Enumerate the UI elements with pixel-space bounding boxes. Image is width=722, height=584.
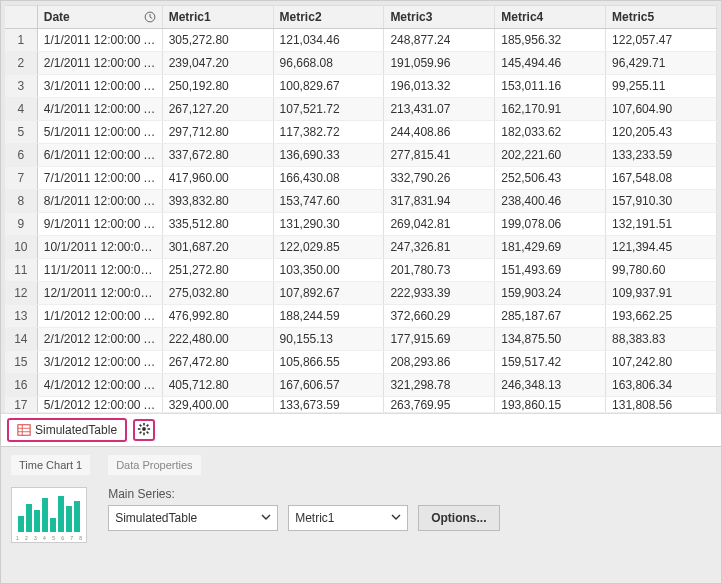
col-metric4[interactable]: Metric4 <box>495 6 606 29</box>
data-grid: Date Metric1 Metric2 Metric3 Metric4 Met… <box>1 1 721 413</box>
col-metric2[interactable]: Metric2 <box>273 6 384 29</box>
cell-m5: 99,780.60 <box>606 259 717 282</box>
cell-m4: 153,011.16 <box>495 75 606 98</box>
cell-m3: 222,933.39 <box>384 282 495 305</box>
gear-icon <box>137 422 151 439</box>
cell-m2: 131,290.30 <box>273 213 384 236</box>
cell-m1: 417,960.00 <box>162 167 273 190</box>
cell-date: 3/1/2011 12:00:00 AM <box>37 75 162 98</box>
row-number: 8 <box>5 190 37 213</box>
cell-date: 8/1/2011 12:00:00 AM <box>37 190 162 213</box>
svg-line-13 <box>147 424 149 426</box>
cell-m2: 121,034.46 <box>273 29 384 52</box>
cell-m3: 269,042.81 <box>384 213 495 236</box>
cell-date: 12/1/2011 12:00:00… <box>37 282 162 305</box>
cell-m2: 122,029.85 <box>273 236 384 259</box>
chart-thumbnail[interactable]: 12345678 <box>11 487 87 543</box>
cell-m3: 372,660.29 <box>384 305 495 328</box>
table-row[interactable]: 175/1/2012 12:00:00 AM329,400.00133,673.… <box>5 397 717 413</box>
cell-m5: 88,383.83 <box>606 328 717 351</box>
cell-m1: 335,512.80 <box>162 213 273 236</box>
table-row[interactable]: 1111/1/2011 12:00:00…251,272.80103,350.0… <box>5 259 717 282</box>
cell-m4: 182,033.62 <box>495 121 606 144</box>
cell-m5: 120,205.43 <box>606 121 717 144</box>
cell-m3: 321,298.78 <box>384 374 495 397</box>
cell-m4: 181,429.69 <box>495 236 606 259</box>
table-row[interactable]: 33/1/2011 12:00:00 AM250,192.80100,829.6… <box>5 75 717 98</box>
cell-date: 11/1/2011 12:00:00… <box>37 259 162 282</box>
cell-m4: 252,506.43 <box>495 167 606 190</box>
thumb-xaxis: 12345678 <box>16 535 82 541</box>
row-number: 17 <box>5 397 37 413</box>
cell-m2: 153,747.60 <box>273 190 384 213</box>
table-row[interactable]: 1212/1/2011 12:00:00…275,032.80107,892.6… <box>5 282 717 305</box>
sheet-tab-simulatedtable[interactable]: SimulatedTable <box>7 418 127 442</box>
cell-date: 2/1/2012 12:00:00 AM <box>37 328 162 351</box>
metric-combobox[interactable]: Metric1 <box>288 505 408 531</box>
data-table[interactable]: Date Metric1 Metric2 Metric3 Metric4 Met… <box>5 5 717 413</box>
cell-m4: 193,860.15 <box>495 397 606 413</box>
table-row[interactable]: 131/1/2012 12:00:00 AM476,992.80188,244.… <box>5 305 717 328</box>
sheet-tab-label: SimulatedTable <box>35 423 117 437</box>
table-row[interactable]: 44/1/2011 12:00:00 AM267,127.20107,521.7… <box>5 98 717 121</box>
table-row[interactable]: 88/1/2011 12:00:00 AM393,832.80153,747.6… <box>5 190 717 213</box>
cell-m1: 222,480.00 <box>162 328 273 351</box>
row-number: 4 <box>5 98 37 121</box>
row-number: 11 <box>5 259 37 282</box>
clock-icon <box>144 11 156 23</box>
cell-m5: 133,233.59 <box>606 144 717 167</box>
tab-time-chart[interactable]: Time Chart 1 <box>11 455 90 475</box>
table-row[interactable]: 55/1/2011 12:00:00 AM297,712.80117,382.7… <box>5 121 717 144</box>
table-row[interactable]: 142/1/2012 12:00:00 AM222,480.0090,155.1… <box>5 328 717 351</box>
row-number: 10 <box>5 236 37 259</box>
cell-m2: 166,430.08 <box>273 167 384 190</box>
row-number: 5 <box>5 121 37 144</box>
table-row[interactable]: 77/1/2011 12:00:00 AM417,960.00166,430.0… <box>5 167 717 190</box>
row-number: 14 <box>5 328 37 351</box>
header-row: Date Metric1 Metric2 Metric3 Metric4 Met… <box>5 6 717 29</box>
col-metric1[interactable]: Metric1 <box>162 6 273 29</box>
cell-m3: 244,408.86 <box>384 121 495 144</box>
col-metric3[interactable]: Metric3 <box>384 6 495 29</box>
cell-date: 7/1/2011 12:00:00 AM <box>37 167 162 190</box>
cell-date: 1/1/2011 12:00:00 AM <box>37 29 162 52</box>
cell-m2: 96,668.08 <box>273 52 384 75</box>
cell-m3: 177,915.69 <box>384 328 495 351</box>
series-combobox[interactable]: SimulatedTable <box>108 505 278 531</box>
table-row[interactable]: 11/1/2011 12:00:00 AM305,272.80121,034.4… <box>5 29 717 52</box>
options-button[interactable]: Options... <box>418 505 499 531</box>
table-row[interactable]: 66/1/2011 12:00:00 AM337,672.80136,690.3… <box>5 144 717 167</box>
cell-m5: 163,806.34 <box>606 374 717 397</box>
row-number: 15 <box>5 351 37 374</box>
cell-m2: 133,673.59 <box>273 397 384 413</box>
cell-m2: 90,155.13 <box>273 328 384 351</box>
cell-m3: 196,013.32 <box>384 75 495 98</box>
cell-m4: 159,903.24 <box>495 282 606 305</box>
table-row[interactable]: 22/1/2011 12:00:00 AM239,047.2096,668.08… <box>5 52 717 75</box>
cell-m1: 476,992.80 <box>162 305 273 328</box>
tab-data-properties[interactable]: Data Properties <box>108 455 200 475</box>
cell-m3: 332,790.26 <box>384 167 495 190</box>
table-row[interactable]: 153/1/2012 12:00:00 AM267,472.80105,866.… <box>5 351 717 374</box>
cell-m5: 107,242.80 <box>606 351 717 374</box>
col-metric5[interactable]: Metric5 <box>606 6 717 29</box>
cell-m3: 201,780.73 <box>384 259 495 282</box>
sheet-settings-button[interactable] <box>133 419 155 441</box>
cell-m4: 185,956.32 <box>495 29 606 52</box>
cell-m5: 107,604.90 <box>606 98 717 121</box>
cell-m3: 248,877.24 <box>384 29 495 52</box>
row-number: 9 <box>5 213 37 236</box>
cell-m2: 107,521.72 <box>273 98 384 121</box>
cell-m4: 134,875.50 <box>495 328 606 351</box>
svg-rect-1 <box>18 425 30 436</box>
table-row[interactable]: 1010/1/2011 12:00:00…301,687.20122,029.8… <box>5 236 717 259</box>
cell-date: 2/1/2011 12:00:00 AM <box>37 52 162 75</box>
table-row[interactable]: 164/1/2012 12:00:00 AM405,712.80167,606.… <box>5 374 717 397</box>
cell-date: 5/1/2012 12:00:00 AM <box>37 397 162 413</box>
cell-m1: 251,272.80 <box>162 259 273 282</box>
cell-m1: 329,400.00 <box>162 397 273 413</box>
col-date[interactable]: Date <box>37 6 162 29</box>
table-row[interactable]: 99/1/2011 12:00:00 AM335,512.80131,290.3… <box>5 213 717 236</box>
cell-m2: 117,382.72 <box>273 121 384 144</box>
cell-m2: 188,244.59 <box>273 305 384 328</box>
